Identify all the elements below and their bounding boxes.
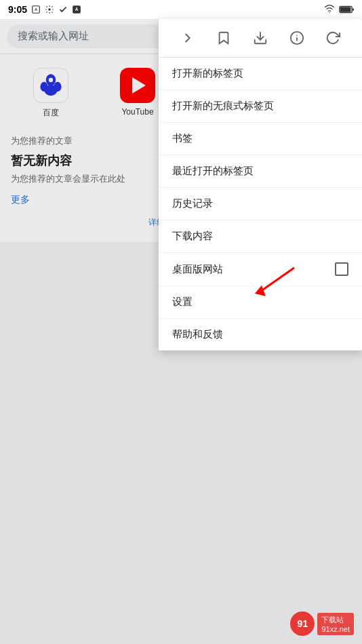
check-icon — [58, 5, 68, 14]
arrow-annotation — [240, 261, 301, 301]
history-label: 历史记录 — [172, 197, 213, 210]
help-label: 帮助和反馈 — [172, 328, 223, 341]
menu-item-new-tab[interactable]: 打开新的标签页 — [159, 58, 362, 90]
watermark-logo: 91 — [290, 611, 315, 636]
settings-icon — [45, 5, 54, 14]
status-left: 9:05 A A — [8, 4, 81, 15]
desktop-site-label: 桌面版网站 — [172, 263, 223, 276]
android-system-icon: A — [72, 5, 81, 14]
status-right — [324, 5, 354, 14]
svg-line-17 — [260, 268, 294, 291]
menu-item-recent-tabs[interactable]: 最近打开的标签页 — [159, 155, 362, 188]
svg-text:A: A — [35, 7, 38, 12]
watermark-number: 91 — [298, 618, 308, 629]
svg-point-2 — [48, 8, 51, 11]
battery-icon — [339, 5, 354, 14]
settings-label: 设置 — [172, 296, 193, 308]
watermark: 91 下载站 91xz.net — [290, 611, 354, 636]
dropdown-toolbar — [159, 19, 362, 58]
svg-rect-6 — [340, 7, 351, 12]
menu-item-history[interactable]: 历史记录 — [159, 188, 362, 220]
watermark-url: 91xz.net — [321, 625, 350, 633]
forward-icon[interactable] — [177, 27, 199, 49]
menu-item-bookmarks[interactable]: 书签 — [159, 123, 362, 155]
status-bar: 9:05 A A — [0, 0, 362, 19]
info-icon[interactable] — [286, 27, 308, 49]
wifi-icon — [324, 5, 335, 14]
bookmarks-label: 书签 — [172, 132, 193, 145]
watermark-site-name: 下载站 — [321, 615, 350, 625]
new-tab-label: 打开新的标签页 — [172, 67, 243, 80]
incognito-label: 打开新的无痕式标签页 — [172, 100, 274, 113]
svg-text:A: A — [75, 7, 79, 12]
menu-item-incognito[interactable]: 打开新的无痕式标签页 — [159, 90, 362, 123]
bookmark-icon[interactable] — [213, 27, 235, 49]
downloads-label: 下载内容 — [172, 230, 213, 243]
desktop-site-checkbox[interactable] — [335, 262, 348, 276]
recent-tabs-label: 最近打开的标签页 — [172, 165, 254, 178]
svg-rect-7 — [353, 8, 354, 11]
android-icon: A — [31, 5, 41, 14]
svg-marker-18 — [255, 285, 266, 296]
menu-item-downloads[interactable]: 下载内容 — [159, 220, 362, 253]
status-time: 9:05 — [8, 4, 27, 15]
menu-item-help[interactable]: 帮助和反馈 — [159, 319, 362, 350]
refresh-icon[interactable] — [322, 27, 344, 49]
download-icon[interactable] — [249, 27, 271, 49]
watermark-text: 下载站 91xz.net — [317, 613, 354, 635]
